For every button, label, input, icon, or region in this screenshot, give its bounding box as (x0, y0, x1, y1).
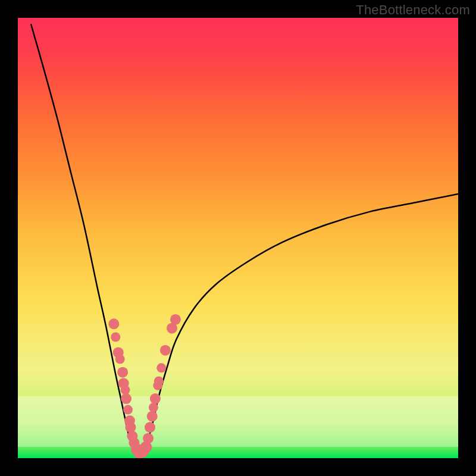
highlight-point (149, 403, 158, 412)
highlight-points-group (108, 314, 181, 458)
highlight-point (145, 422, 155, 433)
highlight-point (111, 333, 120, 342)
watermark-text: TheBottleneck.com (356, 2, 470, 18)
highlight-point (143, 433, 154, 444)
highlight-point (170, 314, 181, 325)
highlight-point (125, 422, 136, 433)
bottleneck-curve (31, 24, 458, 456)
highlight-point (121, 385, 130, 394)
highlight-point (115, 355, 125, 364)
highlight-point (117, 367, 128, 378)
highlight-point (123, 405, 133, 415)
highlight-point (156, 363, 166, 372)
highlight-point (160, 345, 171, 356)
highlight-point (121, 393, 131, 404)
highlight-point (154, 377, 164, 386)
highlight-point (150, 393, 161, 404)
highlight-point (147, 411, 158, 422)
highlight-point (108, 318, 119, 329)
chart-plot-area (18, 18, 458, 458)
chart-frame: TheBottleneck.com (0, 0, 476, 476)
chart-svg (18, 18, 458, 458)
